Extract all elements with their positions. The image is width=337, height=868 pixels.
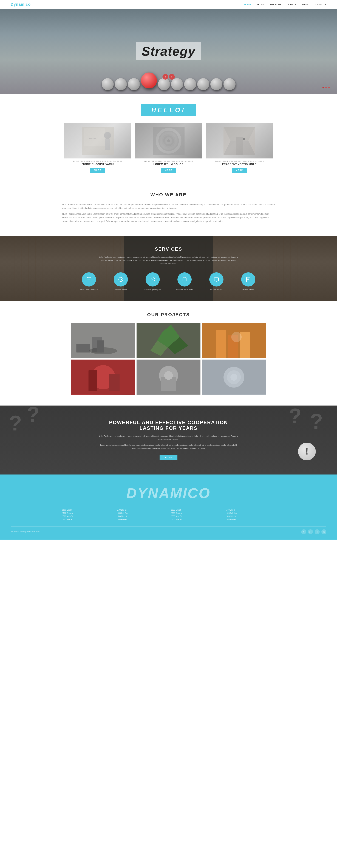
svg-rect-17: [90, 277, 90, 278]
service-item-6: Et cras cursus: [237, 272, 260, 291]
svg-rect-18: [87, 279, 90, 279]
card-2-more-button[interactable]: MORE: [161, 168, 176, 173]
svg-rect-39: [76, 344, 90, 353]
hero-dot-3[interactable]: [328, 87, 330, 88]
sphere-6: [184, 78, 196, 90]
service-label-1: Nulla Facilis Aenean: [80, 289, 98, 291]
projects-section: OUR PROJECTS: [0, 301, 337, 405]
svg-point-24: [153, 278, 155, 279]
service-circle-3[interactable]: [146, 272, 160, 286]
card-2-title: LOREM IPSUM DOLOR: [135, 163, 202, 165]
card-3: Blunt Pede Detestas Bei, Risus Ipsum Nat…: [206, 123, 273, 173]
coop-more-button[interactable]: MORE: [160, 455, 177, 460]
service-circle-5[interactable]: [209, 272, 224, 286]
services-icons-row: Nulla Facilis Aenean Aenean vestib: [10, 272, 327, 291]
hero-next-arrow[interactable]: ›: [169, 74, 175, 80]
coop-inner: POWERFUL AND EFFECTIVE COOPERATION LASTI…: [21, 420, 316, 460]
footer-logo-text: DYNAMIC: [127, 485, 199, 501]
service-circle-6[interactable]: [241, 272, 255, 286]
project-3-img: [202, 323, 266, 358]
svg-rect-16: [87, 277, 88, 278]
card-3-title: PRAESENT VESTIB MOLE: [206, 163, 273, 165]
project-6[interactable]: [202, 360, 266, 395]
project-3[interactable]: [202, 323, 266, 358]
svg-rect-48: [216, 330, 226, 358]
services-inner: SERVICES Nulla Facilis Aenean vestibulum…: [10, 246, 327, 291]
brand-accent: o: [28, 2, 31, 6]
project-1[interactable]: [71, 323, 135, 358]
project-1-img: [71, 323, 135, 358]
footer-col-3: 1503 Elm St 1503 Oak Ave 1503 Main St 15…: [171, 508, 221, 521]
service-circle-4[interactable]: [177, 272, 192, 286]
nav-home[interactable]: Home: [244, 3, 251, 6]
svg-point-25: [153, 280, 155, 281]
card-3-image: [206, 123, 273, 158]
svg-rect-28: [183, 278, 186, 281]
nav-contacts[interactable]: Contacts: [314, 3, 327, 6]
service-item-3: LuPatte ipsum prin: [141, 272, 164, 291]
hello-accent: O!: [175, 106, 186, 114]
cards-row: ≋≋≋≋≋≋ Blunt Pede Detestas Bei, Risus Ip…: [10, 123, 327, 173]
card-3-more-button[interactable]: MORE: [232, 168, 247, 173]
brand-name: Dynamic: [10, 2, 28, 6]
project-2-img: [137, 323, 200, 358]
social-twitter[interactable]: t: [315, 529, 320, 534]
coop-para1: Nulla Facilis Aenean vestibulum Lorem ip…: [98, 435, 240, 442]
services-title: SERVICES: [10, 246, 327, 252]
svg-rect-19: [87, 280, 89, 280]
footer-bottom: DYNAMICO © 2013 | HELMEUT NACHTI f g+ t …: [10, 527, 327, 534]
svg-point-59: [164, 371, 173, 380]
footer-copyright: DYNAMICO © 2013 | HELMEUT NACHTI: [10, 531, 40, 533]
card-2-label-small: Blunt Pede Detestas Bei, Risus Ipsum Nat…: [135, 160, 202, 162]
nav-clients[interactable]: Clients: [287, 3, 297, 6]
hero-dot-1[interactable]: [322, 87, 324, 88]
project-2[interactable]: [137, 323, 200, 358]
footer-col-1-text: 1503 Elm St 1503 Oak Ave 1503 Main St 15…: [62, 508, 112, 521]
service-label-4: FacBtus est cursus: [176, 289, 193, 291]
sphere-5: [171, 78, 183, 90]
service-circle-2[interactable]: [114, 272, 128, 286]
social-linkedin[interactable]: in: [321, 529, 327, 534]
nav-news[interactable]: News: [302, 3, 308, 6]
hero-arrows: ‹ ›: [162, 74, 175, 80]
service-item-1: Nulla Facilis Aenean: [77, 272, 101, 291]
service-circle-1[interactable]: [82, 272, 96, 286]
hero-title: Strategy: [136, 42, 201, 60]
footer-logo-accent: O: [199, 485, 210, 501]
question-mark-1: ?: [9, 411, 22, 435]
service-label-6: Et cras cursus: [242, 289, 254, 291]
hello-section: HELLO! ≋≋≋≋≋≋ Blunt Pede Detestas Bei, R…: [0, 94, 337, 182]
hero-dot-2[interactable]: [325, 87, 327, 88]
svg-rect-13: [236, 137, 243, 155]
svg-rect-4: [105, 139, 110, 150]
who-section: WHO WE ARE Nulla Facilis Aenean vestibul…: [0, 182, 337, 236]
svg-text:≋≋≋≋≋≋: ≋≋≋≋≋≋: [89, 138, 96, 140]
service-item-2: Aenean vestib: [109, 272, 132, 291]
service-item-4: FacBtus est cursus: [173, 272, 196, 291]
brand-logo[interactable]: Dynamico: [10, 2, 31, 7]
svg-rect-34: [247, 277, 250, 282]
service-item-5: Et cras cursus: [205, 272, 228, 291]
footer-logo: DYNAMICO: [10, 485, 327, 501]
sphere-red: [141, 72, 157, 88]
hero-prev-arrow[interactable]: ‹: [162, 74, 168, 80]
nav-about[interactable]: About: [256, 3, 264, 6]
card-1-more-button[interactable]: MORE: [90, 168, 105, 173]
hero-section: Strategy ‹ ›: [0, 9, 337, 94]
card-1-image: ≋≋≋≋≋≋: [64, 123, 132, 158]
project-5[interactable]: [137, 360, 200, 395]
nav-services[interactable]: Services: [270, 3, 281, 6]
hello-text: HELL: [151, 106, 175, 114]
svg-point-9: [167, 140, 170, 142]
services-section: SERVICES Nulla Facilis Aenean vestibulum…: [0, 236, 337, 301]
sphere-8: [210, 78, 222, 90]
who-text: Nulla Facilis Aenean vestibulum Lorem ip…: [62, 203, 275, 223]
social-googleplus[interactable]: g+: [308, 529, 313, 534]
project-6-img: [202, 360, 266, 395]
footer-col-4-text: 1503 Elm St 1503 Oak Ave 1503 Main St 15…: [226, 508, 275, 521]
coop-section: ? ? ? ? ! POWERFUL AND EFFECTIVE COOPERA…: [0, 405, 337, 474]
social-facebook[interactable]: f: [301, 529, 306, 534]
project-4[interactable]: [71, 360, 135, 395]
footer-col-4: 1503 Elm St 1503 Oak Ave 1503 Main St 15…: [226, 508, 275, 521]
svg-rect-30: [214, 278, 219, 281]
